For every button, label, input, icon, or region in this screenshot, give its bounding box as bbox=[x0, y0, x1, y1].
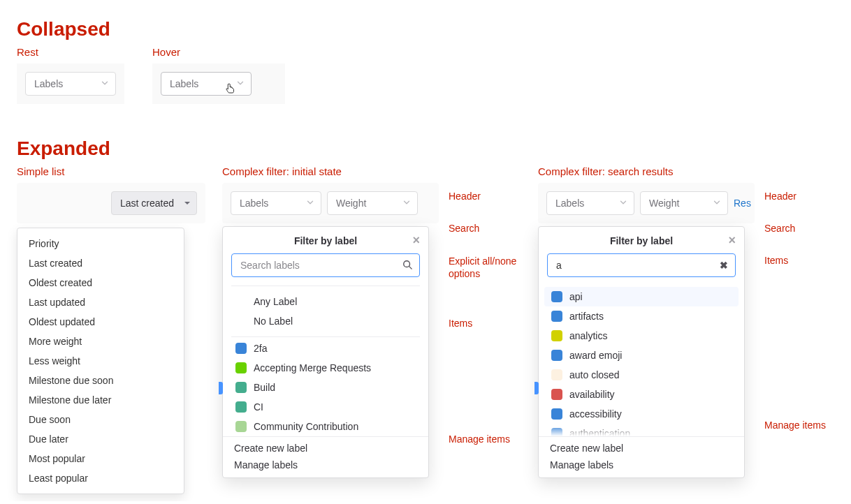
any-label-option[interactable]: Any Label bbox=[223, 292, 428, 311]
label-color-chip bbox=[235, 401, 247, 413]
search-input-wrapper[interactable] bbox=[231, 253, 420, 277]
create-new-label-link[interactable]: Create new label bbox=[234, 443, 417, 454]
label-color-chip bbox=[551, 369, 562, 380]
label-item[interactable]: Accepting Merge Requests bbox=[223, 358, 428, 378]
manage-labels-link[interactable]: Manage labels bbox=[234, 459, 417, 470]
labels-dropdown-text: Labels bbox=[240, 198, 268, 208]
sort-option[interactable]: Priority bbox=[17, 234, 184, 253]
complex-initial-label: Complex filter: initial state bbox=[222, 165, 439, 177]
sort-option[interactable]: Due soon bbox=[17, 410, 184, 429]
weight-dropdown-text: Weight bbox=[336, 198, 366, 208]
sort-toolbar: Last created bbox=[17, 183, 205, 223]
label-item[interactable]: Build bbox=[223, 378, 428, 397]
anno-explicit: Explicit all/none options bbox=[449, 255, 521, 280]
label-color-chip bbox=[551, 408, 562, 420]
no-label-option[interactable]: No Label bbox=[223, 311, 428, 331]
labels-dropdown[interactable]: Labels bbox=[231, 191, 321, 215]
sort-dropdown-button[interactable]: Last created bbox=[111, 191, 197, 215]
label-color-chip bbox=[235, 421, 247, 432]
anno-header: Header bbox=[764, 191, 834, 202]
label-item[interactable]: award emoji bbox=[539, 346, 744, 365]
sort-option[interactable]: Oldest created bbox=[17, 273, 184, 292]
sort-option[interactable]: Less weight bbox=[17, 351, 184, 371]
chevron-down-icon bbox=[100, 78, 110, 89]
label-item[interactable]: auto closed bbox=[539, 365, 744, 385]
search-input[interactable] bbox=[555, 259, 720, 272]
weight-dropdown[interactable]: Weight bbox=[640, 191, 728, 215]
sort-option[interactable]: Milestone due soon bbox=[17, 371, 184, 390]
label-color-chip bbox=[551, 330, 562, 341]
label-item[interactable]: api bbox=[544, 287, 739, 306]
label-item[interactable]: artifacts bbox=[539, 306, 744, 326]
search-input-wrapper[interactable]: ✖ bbox=[547, 253, 736, 277]
sort-option[interactable]: Oldest updated bbox=[17, 312, 184, 332]
blue-edge-decoration bbox=[219, 382, 223, 394]
label-color-chip bbox=[235, 362, 247, 373]
sort-option[interactable]: Milestone due later bbox=[17, 390, 184, 410]
label-item[interactable]: analytics bbox=[539, 326, 744, 346]
labels-dropdown-text: Labels bbox=[170, 79, 198, 89]
search-icon bbox=[402, 260, 412, 272]
label-color-chip bbox=[551, 311, 562, 322]
sort-option[interactable]: Most popular bbox=[17, 449, 184, 468]
label-color-chip bbox=[551, 291, 562, 302]
label-item-text: api bbox=[569, 291, 583, 302]
label-item-text: analytics bbox=[569, 330, 607, 341]
labels-dropdown-rest[interactable]: Labels bbox=[25, 72, 116, 96]
collapsed-title: Collapsed bbox=[17, 18, 834, 40]
label-item[interactable]: Community Contribution bbox=[223, 417, 428, 436]
simple-list-label: Simple list bbox=[17, 165, 205, 177]
hover-label: Hover bbox=[152, 46, 285, 58]
anno-search: Search bbox=[764, 223, 834, 234]
label-item-text: Community Contribution bbox=[254, 421, 358, 432]
label-item[interactable]: CI bbox=[223, 397, 428, 417]
caret-down-icon bbox=[184, 198, 191, 208]
label-item[interactable]: authentication bbox=[539, 424, 744, 436]
create-new-label-link[interactable]: Create new label bbox=[550, 443, 733, 454]
label-item-text: auto closed bbox=[569, 369, 620, 380]
labels-dropdown-hover[interactable]: Labels bbox=[161, 72, 252, 96]
sort-dropdown-text: Last created bbox=[120, 198, 174, 208]
label-item-text: award emoji bbox=[569, 350, 622, 361]
sort-option[interactable]: Least popular bbox=[17, 468, 184, 488]
manage-labels-link[interactable]: Manage labels bbox=[550, 459, 733, 470]
anno-items: Items bbox=[449, 318, 521, 329]
sort-option[interactable]: More weight bbox=[17, 332, 184, 351]
anno-manage: Manage items bbox=[764, 420, 834, 431]
label-item-text: availability bbox=[569, 389, 615, 400]
filter-toolbar: Labels Weight Res bbox=[538, 183, 755, 223]
label-item-text: artifacts bbox=[569, 311, 604, 322]
chevron-down-icon bbox=[235, 78, 245, 89]
label-item[interactable]: accessibility bbox=[539, 404, 744, 424]
label-item-text: 2fa bbox=[254, 343, 267, 354]
close-icon[interactable]: × bbox=[412, 234, 420, 246]
label-color-chip bbox=[235, 382, 247, 393]
search-input[interactable] bbox=[239, 259, 402, 272]
label-item-text: authentication bbox=[569, 428, 630, 436]
anno-manage: Manage items bbox=[449, 433, 521, 445]
close-icon[interactable]: × bbox=[728, 234, 736, 246]
filter-popup-initial: Filter by label × Any Label No Label bbox=[222, 226, 429, 478]
filter-popup-search: Filter by label × ✖ apiartifactsanalytic… bbox=[538, 226, 745, 478]
label-color-chip bbox=[551, 350, 562, 361]
filter-popup-header: Filter by label × bbox=[223, 227, 428, 253]
label-color-chip bbox=[551, 428, 562, 436]
label-items-list: apiartifactsanalyticsaward emojiauto clo… bbox=[539, 284, 744, 436]
labels-dropdown-text: Labels bbox=[555, 198, 584, 208]
labels-dropdown[interactable]: Labels bbox=[546, 191, 634, 215]
label-item[interactable]: availability bbox=[539, 385, 744, 404]
weight-dropdown-text: Weight bbox=[649, 198, 679, 208]
sort-option[interactable]: Last created bbox=[17, 253, 184, 273]
label-item[interactable]: 2fa bbox=[223, 339, 428, 358]
label-color-chip bbox=[235, 343, 247, 354]
clear-icon[interactable]: ✖ bbox=[720, 260, 728, 271]
rest-container: Labels bbox=[17, 64, 124, 104]
sort-option[interactable]: Last updated bbox=[17, 292, 184, 312]
label-item-text: CI bbox=[254, 401, 263, 413]
chevron-down-icon bbox=[618, 198, 628, 209]
weight-dropdown[interactable]: Weight bbox=[327, 191, 418, 215]
filter-popup-title: Filter by label bbox=[610, 235, 673, 246]
any-label-text: Any Label bbox=[254, 296, 297, 307]
sort-option[interactable]: Due later bbox=[17, 429, 184, 449]
reset-link[interactable]: Res bbox=[734, 198, 751, 209]
